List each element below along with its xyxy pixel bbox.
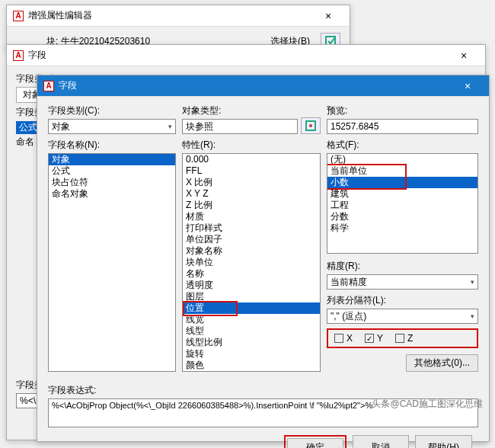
list-item[interactable]: 颜色 [183, 360, 320, 371]
other-format-button[interactable]: 其他格式(0)... [406, 354, 478, 372]
names-label: 字段名称(N): [48, 139, 176, 152]
list-item[interactable]: 分数 [327, 211, 477, 222]
xyz-group: X ✓Y Z [327, 328, 478, 348]
category-label: 字段类别(C): [48, 104, 176, 117]
app-icon: A [43, 81, 54, 91]
list-item[interactable]: 单位因子 [183, 234, 320, 245]
list-item[interactable]: 块占位符 [49, 177, 175, 188]
list-item[interactable]: 对象 [49, 154, 175, 165]
cancel-button[interactable]: 取消 [353, 435, 409, 448]
list-item[interactable]: 公式 [49, 165, 175, 177]
list-item[interactable]: 打印样式 [183, 222, 320, 234]
list-item[interactable]: FFL [183, 165, 320, 177]
objtype-value: 块参照 [182, 119, 298, 134]
category-combo[interactable]: 对象▾ [48, 119, 176, 134]
preview-label: 预览: [327, 104, 478, 117]
list-item[interactable]: 线型比例 [183, 337, 320, 348]
format-listbox[interactable]: (无)当前单位小数建筑工程分数科学 [327, 153, 478, 254]
list-item[interactable]: 0.000 [183, 154, 320, 165]
expr-value: %<\AcObjProp Object(%<\_ObjId 2266060385… [48, 398, 478, 427]
listsep-label: 列表分隔符(L): [327, 294, 478, 307]
list-item[interactable]: 命名对象 [49, 188, 175, 200]
title: 字段 [59, 79, 452, 92]
title: 增强属性编辑器 [28, 9, 313, 22]
list-item[interactable]: 科学 [327, 222, 477, 234]
precision-label: 精度(R): [327, 260, 478, 273]
expr-label: 字段表达式: [48, 384, 478, 397]
list-item[interactable]: 块单位 [183, 257, 320, 268]
listsep-combo[interactable]: "," (逗点)▾ [327, 309, 478, 324]
list-item[interactable]: 线宽 [183, 314, 320, 325]
svg-point-2 [309, 124, 312, 127]
close-icon[interactable]: × [313, 10, 343, 22]
help-button[interactable]: 帮助(H) [415, 435, 472, 448]
checkbox-z[interactable]: Z [395, 333, 413, 344]
chevron-down-icon: ▾ [168, 123, 172, 130]
chevron-down-icon: ▾ [471, 312, 474, 320]
close-icon[interactable]: × [449, 50, 479, 62]
chevron-down-icon: ▾ [471, 278, 474, 286]
title: 字段 [28, 49, 449, 62]
list-item[interactable]: 当前单位 [327, 165, 477, 177]
list-item[interactable]: 线型 [183, 325, 320, 337]
list-item[interactable]: 小数 [327, 177, 477, 188]
list-item[interactable]: X Y Z [183, 188, 320, 200]
names-listbox[interactable]: 对象公式块占位符命名对象 [48, 153, 176, 372]
list-item[interactable]: 名称 [183, 268, 320, 280]
list-item[interactable]: 位置 [183, 302, 320, 314]
props-listbox[interactable]: 0.000FFLX 比例X Y ZZ 比例材质打印样式单位因子对象名称块单位名称… [182, 153, 321, 372]
field-dialog: A 字段 × 字段类别(C): 对象▾ 字段名称(N): 对象公式块占位符命名对… [37, 75, 490, 442]
list-item[interactable]: 工程 [327, 200, 477, 211]
checkbox-x[interactable]: X [334, 333, 353, 344]
app-icon: A [13, 11, 24, 21]
dialog-buttons: 确定 取消 帮助(H) [37, 427, 489, 448]
preview-value: 15257.6845 [327, 119, 478, 134]
ok-button[interactable]: 确定 [287, 438, 343, 448]
category-column: 字段类别(C): 对象▾ 字段名称(N): 对象公式块占位符命名对象 [48, 104, 176, 372]
list-item[interactable]: 旋转 [183, 348, 320, 360]
format-column: 预览: 15257.6845 格式(F): (无)当前单位小数建筑工程分数科学 … [327, 104, 478, 372]
format-label: 格式(F): [327, 139, 478, 152]
precision-combo[interactable]: 当前精度▾ [327, 274, 478, 290]
attr-editor-window: A 增强属性编辑器 × 块: 牛牛20210425203610 选择块(B) [6, 5, 350, 50]
checkbox-y[interactable]: ✓Y [365, 333, 383, 344]
titlebar: A 字段 × [7, 45, 485, 66]
list-item[interactable]: 对象名称 [183, 245, 320, 257]
list-item[interactable]: Z 比例 [183, 200, 320, 211]
list-item[interactable]: 图层 [183, 291, 320, 302]
list-item[interactable]: 建筑 [327, 188, 477, 200]
object-column: 对象类型: 块参照 特性(R): 0.000FFLX 比例X Y ZZ 比例材质… [182, 104, 321, 372]
list-item[interactable]: X 比例 [183, 177, 320, 188]
list-item[interactable]: (无) [327, 154, 477, 165]
objtype-label: 对象类型: [182, 104, 298, 117]
close-icon[interactable]: × [452, 80, 483, 92]
titlebar: A 增强属性编辑器 × [7, 5, 350, 27]
pick-object-button[interactable] [301, 117, 321, 134]
list-item[interactable]: 材质 [183, 211, 320, 222]
titlebar: A 字段 × [37, 75, 489, 97]
props-label: 特性(R): [182, 139, 321, 152]
app-icon: A [13, 50, 24, 61]
list-item[interactable]: 透明度 [183, 280, 320, 291]
highlight-box: 确定 [284, 435, 346, 448]
